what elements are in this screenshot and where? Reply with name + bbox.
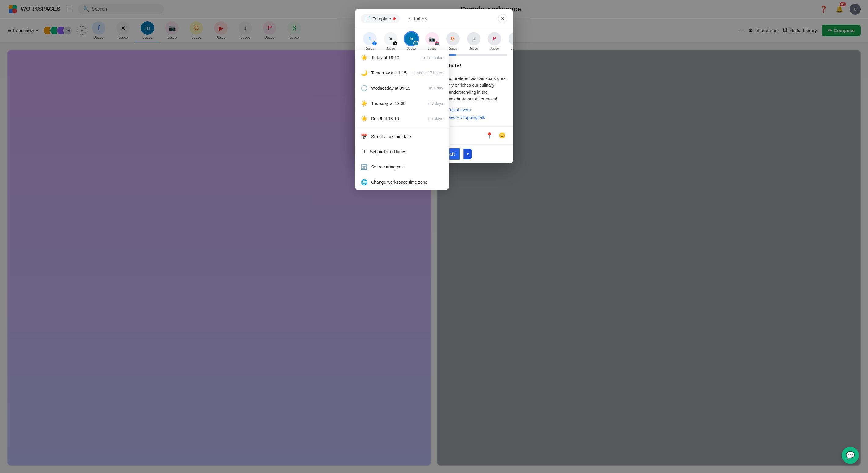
channel-pinterest-name: Jusco [490, 47, 499, 50]
recurring-post-item[interactable]: 🔄 Set recurring post [354, 159, 449, 174]
modal-close-button[interactable]: × [498, 14, 507, 23]
schedule-wednesday[interactable]: 🕙 Wednesday at 09:15 in 1 day [354, 80, 449, 96]
labels-tab-label: Labels [414, 16, 428, 21]
sun-icon-2: ☀️ [361, 100, 367, 107]
location-button[interactable]: 📍 [484, 130, 494, 141]
channel-other-name: Jusco [511, 47, 514, 50]
channel-facebook-avatar: f f [363, 32, 377, 45]
dropdown-divider-1 [354, 128, 449, 128]
sun-icon-3: ☀️ [361, 115, 367, 122]
channel-pinterest-avatar: P [488, 32, 501, 45]
tomorrow-label: Tomorrow at 11:15 [371, 70, 409, 75]
twitter-badge: ✕ [393, 41, 398, 46]
today-relative: in 7 minutes [422, 55, 443, 60]
calendar-icon: 📅 [361, 133, 367, 140]
channel-google-name: Jusco [449, 47, 458, 50]
recurring-icon: 🔄 [361, 164, 367, 170]
channel-twitter[interactable]: ✕ ✕ Jusco [381, 32, 400, 50]
timezone-label: Change workspace time zone [371, 180, 427, 184]
modal-header: 📄 Template 🏷 Labels × [354, 9, 514, 28]
save-draft-caret-button[interactable]: ▾ [463, 148, 472, 159]
channel-tiktok[interactable]: ♪ Jusco [465, 32, 483, 50]
recurring-label: Set recurring post [371, 165, 405, 169]
template-icon: 📄 [365, 16, 371, 21]
schedule-dec9[interactable]: ☀️ Dec 9 at 18:10 in 7 days [354, 111, 449, 126]
moon-icon: 🌙 [361, 70, 367, 76]
dec9-relative: in 7 days [427, 116, 443, 121]
wednesday-label: Wednesday at 09:15 [371, 86, 426, 91]
thursday-relative: in 3 days [427, 101, 443, 106]
emoji-button[interactable]: 😊 [497, 130, 507, 141]
clock-icon: 🗓 [361, 148, 366, 155]
channel-linkedin-avatar: in in [405, 32, 418, 45]
facebook-badge: f [372, 41, 377, 46]
channel-other-avatar: $ [508, 32, 514, 45]
channel-facebook[interactable]: f f Jusco [361, 32, 379, 50]
schedule-today[interactable]: ☀️ Today at 18:10 in 7 minutes [354, 50, 449, 65]
schedule-tomorrow[interactable]: 🌙 Tomorrow at 11:15 in about 17 hours Tu… [354, 65, 449, 80]
channel-other[interactable]: $ Jusco [506, 32, 514, 50]
thursday-label: Thursday at 19:30 [371, 101, 424, 106]
mid-icon: 🕙 [361, 85, 367, 92]
channel-tiktok-name: Jusco [469, 47, 478, 50]
channel-linkedin[interactable]: in in Jusco [402, 32, 421, 50]
compose-modal: 📄 Template 🏷 Labels × f f Jusco ✕ ✕ Jusc… [354, 9, 514, 163]
sun-icon-1: ☀️ [361, 54, 367, 61]
instagram-badge: 📷 [434, 41, 439, 46]
custom-date-label: Select a custom date [371, 134, 411, 139]
schedule-row: ☀️ Today at 18:10 in 7 minutes 🌙 Tomorro… [354, 144, 514, 163]
template-tab-label: Template [373, 16, 391, 21]
timezone-item[interactable]: 🌐 Change workspace time zone [354, 174, 449, 190]
template-tab[interactable]: 📄 Template [361, 14, 400, 23]
chat-icon: 💬 [846, 451, 855, 460]
channel-google[interactable]: G Jusco [444, 32, 462, 50]
template-dot [393, 18, 396, 20]
channel-pinterest[interactable]: P Jusco [485, 32, 504, 50]
close-icon: × [501, 15, 504, 22]
chat-bubble[interactable]: 💬 [842, 447, 859, 464]
tomorrow-relative: in about 17 hours [413, 70, 443, 75]
channel-twitter-avatar: ✕ ✕ [384, 32, 397, 45]
schedule-thursday[interactable]: ☀️ Thursday at 19:30 in 3 days [354, 96, 449, 111]
today-label: Today at 18:10 [371, 55, 418, 60]
channel-tiktok-avatar: ♪ [467, 32, 480, 45]
preferred-times-label: Set preferred times [370, 149, 406, 154]
labels-tab[interactable]: 🏷 Labels [403, 14, 432, 23]
custom-date-item[interactable]: 📅 Select a custom date [354, 129, 449, 144]
wednesday-relative: in 1 day [429, 86, 443, 90]
preferred-times-item[interactable]: 🗓 Set preferred times [354, 144, 449, 159]
globe-icon: 🌐 [361, 179, 367, 185]
channel-google-avatar: G [446, 32, 460, 45]
channel-instagram[interactable]: 📷 📷 Jusco [423, 32, 441, 50]
labels-icon: 🏷 [408, 16, 412, 21]
channel-instagram-avatar: 📷 📷 [426, 32, 439, 45]
dec9-label: Dec 9 at 18:10 [371, 116, 424, 121]
schedule-dropdown: ☀️ Today at 18:10 in 7 minutes 🌙 Tomorro… [354, 50, 449, 190]
linkedin-badge: in [413, 41, 419, 46]
toolbar-right: 📍 😊 [484, 130, 507, 141]
